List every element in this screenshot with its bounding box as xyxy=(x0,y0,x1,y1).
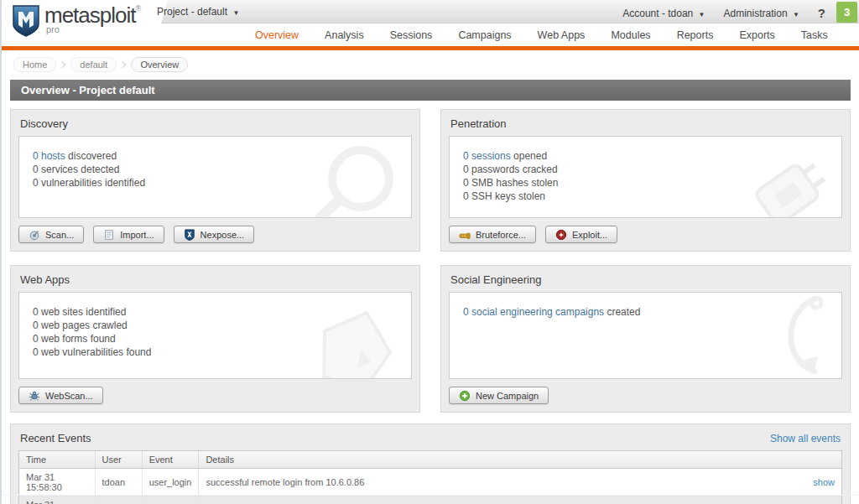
event-details: successful remote login from 10.6.0.99sh… xyxy=(199,496,841,504)
metasploit-shield-icon xyxy=(12,4,40,38)
penetration-stat-ssh: 0 SSH keys stolen xyxy=(463,190,828,203)
import-button[interactable]: Import... xyxy=(93,226,164,243)
scan-icon xyxy=(29,229,40,241)
column-time: Time xyxy=(19,451,95,469)
penetration-stat-smb: 0 SMB hashes stolen xyxy=(463,176,828,190)
event-type: user_login xyxy=(142,469,199,496)
webapps-title: Web Apps xyxy=(20,273,412,286)
events-table: Time User Event Details Mar 31 15:58:30 … xyxy=(19,451,841,504)
breadcrumb-separator-icon xyxy=(119,61,126,68)
social-engineering-title: Social Engineering xyxy=(450,273,842,286)
nexpose-button[interactable]: Nexpose... xyxy=(174,226,255,243)
social-engineering-panel: Social Engineering 0 social engineering … xyxy=(440,265,851,413)
nexpose-icon xyxy=(184,229,195,241)
footer-divider xyxy=(2,495,859,496)
webapps-stat-pages: 0 web pages crawled xyxy=(33,319,398,332)
chevron-down-icon: ▼ xyxy=(699,11,705,18)
tab-sessions[interactable]: Sessions xyxy=(390,29,433,41)
breadcrumb: Home default Overview xyxy=(13,57,859,72)
penetration-title: Penetration xyxy=(450,117,842,130)
header: Overview Analysis Sessions Campaigns Web… xyxy=(2,0,859,50)
events-table-container: Time User Event Details Mar 31 15:58:30 … xyxy=(18,450,842,504)
tab-campaigns[interactable]: Campaigns xyxy=(458,29,511,41)
tab-analysis[interactable]: Analysis xyxy=(325,29,364,41)
tab-modules[interactable]: Modules xyxy=(611,29,650,41)
account-selector[interactable]: Account - tdoan ▼ xyxy=(622,8,705,19)
table-row: Mar 31 15:58:30 tdoan user_login success… xyxy=(19,469,841,496)
recent-events-title: Recent Events xyxy=(20,432,91,444)
breadcrumb-home[interactable]: Home xyxy=(13,57,56,72)
breadcrumb-default[interactable]: default xyxy=(70,57,117,72)
chevron-down-icon: ▼ xyxy=(793,11,799,18)
discovery-panel: Discovery 0 hosts discovered 0 services … xyxy=(10,109,420,252)
project-selector[interactable]: Project - default ▼ xyxy=(157,6,239,18)
penetration-stat-passwords: 0 passwords cracked xyxy=(463,163,828,176)
tab-reports[interactable]: Reports xyxy=(677,29,714,41)
new-campaign-button[interactable]: New Campaign xyxy=(449,387,549,404)
recent-events-panel: Recent Events Show all events Time User … xyxy=(10,423,851,504)
events-header-row: Time User Event Details xyxy=(19,451,841,469)
breadcrumb-overview[interactable]: Overview xyxy=(131,57,188,72)
webapps-panel: Web Apps 0 web sites identified 0 web pa… xyxy=(10,265,420,413)
discovery-buttons: Scan... Import... Nexpose... xyxy=(18,226,412,243)
registered-mark: ® xyxy=(136,4,142,13)
import-icon xyxy=(103,229,115,241)
discovery-stat-hosts: 0 hosts discovered xyxy=(33,149,398,163)
social-engineering-stats-box: 0 social engineering campaigns created xyxy=(449,292,842,379)
chevron-down-icon: ▼ xyxy=(232,9,239,17)
page-title: Overview - Project default xyxy=(10,80,851,101)
webapps-stat-vulns: 0 web vulnerabilities found xyxy=(33,346,398,359)
exploit-button[interactable]: Exploit... xyxy=(545,226,617,243)
event-type: user_login xyxy=(142,496,199,504)
webapps-stats-box: 0 web sites identified 0 web pages crawl… xyxy=(18,292,412,379)
help-icon[interactable]: ? xyxy=(818,6,825,20)
column-user: User xyxy=(95,451,142,469)
breadcrumb-separator-icon xyxy=(59,61,65,68)
table-row: Mar 31 15:16:08 scooper user_login succe… xyxy=(19,496,841,504)
bruteforce-icon xyxy=(459,229,471,241)
accent-bar xyxy=(2,46,859,50)
overview-panels: Discovery 0 hosts discovered 0 services … xyxy=(10,109,851,413)
hosts-link[interactable]: 0 hosts xyxy=(33,150,65,162)
penetration-stats-box: 0 sessions opened 0 passwords cracked 0 … xyxy=(449,136,842,218)
penetration-buttons: Bruteforce... Exploit... xyxy=(449,226,842,243)
webscan-icon xyxy=(29,390,40,402)
scan-button[interactable]: Scan... xyxy=(18,226,84,243)
show-all-events-link[interactable]: Show all events xyxy=(770,433,841,444)
event-time: Mar 31 15:58:30 xyxy=(19,469,95,496)
tab-tasks[interactable]: Tasks xyxy=(801,29,828,41)
penetration-stat-sessions: 0 sessions opened xyxy=(463,149,828,163)
event-details: successful remote login from 10.6.0.86sh… xyxy=(199,469,841,496)
tasks-count-badge[interactable]: 3 xyxy=(836,2,857,23)
social-buttons: New Campaign xyxy=(449,387,842,404)
tab-web-apps[interactable]: Web Apps xyxy=(538,29,586,41)
sessions-link[interactable]: 0 sessions xyxy=(463,150,511,162)
column-details: Details xyxy=(199,451,841,469)
webscan-button[interactable]: WebScan... xyxy=(18,387,103,404)
metasploit-pro-page: Overview Analysis Sessions Campaigns Web… xyxy=(0,0,859,504)
webapps-stat-sites: 0 web sites identified xyxy=(33,305,398,319)
column-event: Event xyxy=(142,451,199,469)
exploit-icon xyxy=(555,229,567,241)
social-stat-campaigns: 0 social engineering campaigns created xyxy=(463,305,828,319)
recent-events-header: Recent Events Show all events xyxy=(20,432,841,444)
tab-exports[interactable]: Exports xyxy=(739,29,774,41)
discovery-stat-vulns: 0 vulnerabilities identified xyxy=(33,176,398,190)
plus-icon xyxy=(459,390,471,402)
event-user: scooper xyxy=(95,496,142,504)
discovery-stats-box: 0 hosts discovered 0 services detected 0… xyxy=(18,136,412,218)
penetration-panel: Penetration 0 sessions opened 0 password… xyxy=(440,109,851,252)
metasploit-logo[interactable]: metasploit® pro xyxy=(12,4,141,38)
webapps-stat-forms: 0 web forms found xyxy=(33,332,398,346)
tab-overview[interactable]: Overview xyxy=(255,29,299,41)
event-time: Mar 31 15:16:08 xyxy=(19,496,95,504)
discovery-stat-services: 0 services detected xyxy=(33,163,398,176)
campaigns-link[interactable]: 0 social engineering campaigns xyxy=(463,306,604,318)
event-user: tdoan xyxy=(95,469,142,496)
show-event-link[interactable]: show xyxy=(813,477,835,487)
header-right-group: Account - tdoan ▼ Administration ▼ ? xyxy=(622,6,825,20)
administration-menu[interactable]: Administration ▼ xyxy=(724,8,799,19)
discovery-title: Discovery xyxy=(20,117,412,130)
bruteforce-button[interactable]: Bruteforce... xyxy=(449,226,536,243)
webapps-buttons: WebScan... xyxy=(18,387,412,404)
